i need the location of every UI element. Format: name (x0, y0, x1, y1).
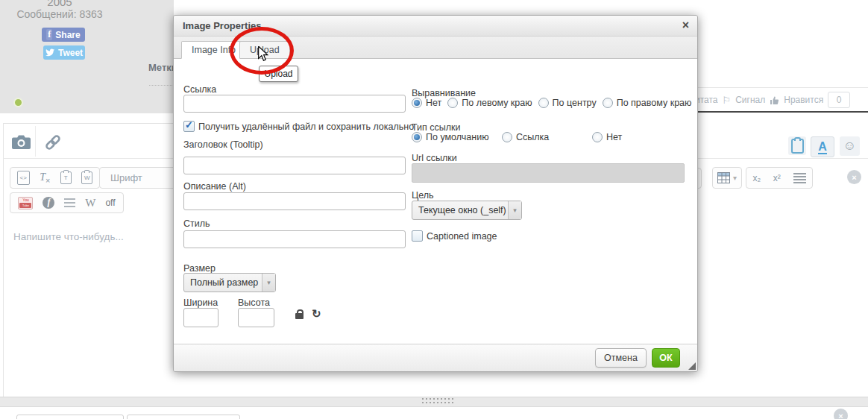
tags-dotted-line (149, 79, 174, 86)
insert-table-button[interactable]: ▾ (712, 167, 742, 189)
insert-link-button[interactable] (41, 133, 65, 151)
captioned-image-label: Captioned image (427, 231, 497, 242)
chevron-down-icon: ▾ (733, 174, 737, 182)
link-type-option-default[interactable]: По умолчанию (412, 132, 502, 142)
link-type-option-none[interactable]: Нет (592, 132, 622, 142)
width-input[interactable] (183, 308, 218, 327)
insert-photo-button[interactable] (10, 133, 32, 151)
youtube-icon[interactable]: You Tube (18, 197, 33, 210)
smiley-icon: ☺ (843, 139, 856, 154)
alignment-option-left[interactable]: По левому краю (447, 98, 532, 108)
clipboard-icon (791, 139, 804, 154)
reset-size-icon[interactable]: ↻ (312, 307, 321, 321)
toolbar-group-clipboard: <> T× T W (10, 167, 100, 189)
radio-icon[interactable] (592, 132, 603, 142)
target-label: Цель (412, 190, 434, 201)
text-color-button[interactable]: A (811, 136, 834, 157)
radio-icon[interactable] (538, 98, 549, 108)
emoji-button[interactable]: ☺ (840, 136, 860, 156)
remove-format-icon[interactable]: T× (40, 171, 50, 185)
alignment-label: Выравнивание (412, 88, 476, 98)
mouse-cursor-icon (257, 46, 268, 65)
source-icon[interactable]: <> (17, 171, 30, 185)
superscript-icon[interactable]: x² (773, 173, 781, 183)
title-input[interactable] (183, 157, 406, 174)
profile-year: 2005 (0, 0, 119, 8)
ok-button[interactable]: ОК (652, 348, 680, 368)
clipboard-button[interactable] (788, 136, 806, 155)
paste-word-icon[interactable]: W (81, 171, 92, 184)
flash-icon[interactable]: f (43, 197, 54, 209)
text-color-icon: A (818, 140, 827, 154)
fetch-remote-checkbox[interactable] (183, 121, 195, 132)
tweet-label: Tweet (58, 48, 83, 58)
link-type-option-link[interactable]: Ссылка (502, 132, 592, 142)
radio-icon[interactable] (412, 132, 422, 142)
twitter-bird-icon (45, 48, 55, 57)
alignment-option-center[interactable]: По центру (538, 98, 597, 108)
radio-icon[interactable] (412, 98, 422, 108)
alignment-option-none[interactable]: Нет (412, 98, 441, 108)
post-actions-divider-top (694, 87, 868, 88)
dialog-close-icon[interactable]: × (682, 19, 689, 32)
alignment-radio-group: Нет По левому краю По центру По правому … (412, 98, 691, 108)
editor-placeholder[interactable]: Напишите что-нибудь... (13, 231, 124, 242)
editor-left-border (3, 123, 4, 397)
quote-link[interactable]: итата (695, 95, 718, 105)
radio-icon[interactable] (603, 98, 613, 108)
post-actions-divider-bottom (694, 111, 868, 113)
link-icon (43, 133, 63, 151)
facebook-share-button[interactable]: f Share (42, 28, 85, 42)
style-input[interactable] (183, 230, 406, 248)
url-input[interactable] (183, 95, 406, 113)
online-status-dot (13, 98, 23, 107)
bottom-close-button[interactable]: × (834, 409, 848, 419)
captioned-image-row[interactable]: Captioned image (412, 230, 497, 242)
radio-icon[interactable] (447, 98, 458, 108)
dialog-footer: Отмена ОК (174, 344, 697, 371)
dialog-resize-handle[interactable] (688, 362, 696, 370)
cancel-button[interactable]: Отмена (595, 348, 647, 368)
flag-icon: ⚐ (723, 95, 732, 106)
fetch-remote-checkbox-row[interactable]: Получить удалённый файл и сохранить лока… (183, 121, 414, 132)
wiki-icon[interactable]: W (85, 197, 95, 210)
link-url-input (412, 163, 685, 183)
captioned-image-checkbox[interactable] (412, 230, 423, 242)
facebook-icon: f (46, 29, 52, 40)
link-type-label: Тип ссылки (412, 122, 461, 133)
profile-post-count: Сообщений: 8363 (0, 8, 119, 20)
subscript-icon[interactable]: x₂ (752, 173, 761, 183)
like-count-badge[interactable]: 0 (828, 92, 850, 108)
tweet-button[interactable]: Tweet (43, 45, 85, 60)
user-profile-panel: 2005 Сообщений: 8363 f Share Tweet (0, 0, 174, 113)
chevron-down-icon: ▾ (262, 274, 275, 292)
toolbar-separator (35, 126, 36, 157)
size-field-label: Размер (183, 263, 216, 274)
justify-icon[interactable] (64, 198, 75, 207)
screen: 2005 Сообщений: 8363 f Share Tweet Метки… (0, 0, 868, 419)
alt-input[interactable] (183, 192, 406, 210)
font-dropdown-label: Шрифт (110, 172, 142, 183)
alt-field-label: Описание (Alt) (183, 181, 246, 192)
height-input[interactable] (238, 308, 274, 327)
like-link[interactable]: Нравится (784, 95, 823, 105)
bottom-field-left[interactable] (16, 415, 124, 419)
bottom-field-right[interactable] (127, 415, 240, 419)
lock-ratio-icon[interactable] (295, 313, 304, 319)
height-field-label: Высота (238, 297, 270, 308)
drag-grip-icon[interactable] (422, 398, 453, 403)
bbcode-off-button[interactable]: off (105, 198, 115, 208)
size-select-value: Полный размер (184, 277, 262, 288)
report-link[interactable]: Сигнал (735, 95, 765, 105)
radio-icon[interactable] (502, 132, 512, 142)
camera-icon (11, 134, 31, 150)
align-justify-icon[interactable] (793, 173, 806, 183)
share-label: Share (55, 30, 80, 40)
size-select[interactable]: Полный размер ▾ (183, 273, 276, 292)
target-select[interactable]: Текущее окно (_self) ▾ (412, 201, 522, 220)
title-field-label: Заголовок (Tooltip) (183, 139, 263, 150)
paste-text-icon[interactable]: T (60, 171, 72, 184)
link-url-label: Url ссылки (412, 153, 457, 163)
editor-close-button[interactable]: × (847, 170, 861, 184)
alignment-option-right[interactable]: По правому краю (603, 98, 692, 108)
